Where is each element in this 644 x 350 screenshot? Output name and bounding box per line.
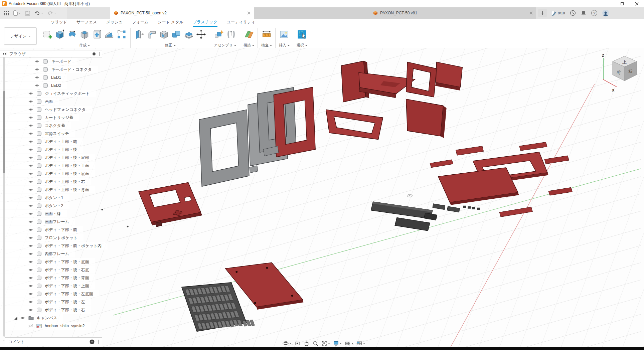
expander-icon[interactable] <box>14 317 17 320</box>
browser-item[interactable]: ボディ・上部・後・底面 <box>0 170 95 177</box>
visibility-eye-icon[interactable] <box>28 212 33 216</box>
browser-item[interactable]: ボディ・下部・後・背面 <box>0 274 95 282</box>
add-comment-icon[interactable] <box>90 339 95 344</box>
visibility-eye-icon[interactable] <box>28 140 33 144</box>
app-grid-icon[interactable] <box>4 11 9 16</box>
visibility-eye-icon[interactable] <box>28 188 33 192</box>
ribbon-group-label[interactable]: 挿入 <box>279 43 290 48</box>
visibility-eye-icon[interactable] <box>28 300 33 304</box>
browser-item[interactable]: ボディ・上部・後・右 <box>0 178 91 185</box>
visibility-eye-icon[interactable] <box>28 268 33 272</box>
browser-item[interactable]: フロントポケット <box>0 234 84 241</box>
cube-face-front[interactable]: 前 <box>616 69 621 75</box>
layout-grid-icon[interactable] <box>345 340 353 346</box>
browser-item[interactable]: カートリッジ蓋 <box>0 114 79 121</box>
browser-item[interactable]: honbun_shita_syasin2 <box>0 322 91 330</box>
move-copy-icon[interactable] <box>195 29 207 40</box>
insert-canvas-icon[interactable] <box>279 29 290 40</box>
browser-item[interactable]: ボタン・2 <box>0 202 69 209</box>
browser-item[interactable]: ボディ・下部・後・左底面 <box>0 290 99 298</box>
visibility-eye-off-icon[interactable] <box>28 324 33 328</box>
visibility-eye-icon[interactable] <box>28 172 33 176</box>
browser-item[interactable]: ボディ・下部・後・右 <box>0 306 91 314</box>
browser-item[interactable]: ボディ・下部・後・上面 <box>0 282 95 290</box>
visibility-eye-icon[interactable] <box>28 284 33 288</box>
ribbon-tab[interactable]: ユーティリティ <box>227 19 256 27</box>
ribbon-group-label[interactable]: アセンブリ <box>214 43 236 48</box>
user-avatar[interactable] <box>602 10 609 16</box>
redo-icon[interactable] <box>47 11 56 15</box>
browser-item[interactable]: キーボード <box>0 58 77 65</box>
browser-item[interactable]: ジョイスティックポート <box>0 90 96 97</box>
document-tab[interactable]: PAXON_PCT-50_open v2 <box>110 7 254 19</box>
file-menu-icon[interactable] <box>13 10 21 16</box>
activity-clock-icon[interactable] <box>570 10 576 16</box>
browser-item[interactable]: ボディ・下部・前 <box>0 226 83 233</box>
visibility-eye-icon[interactable] <box>28 236 33 240</box>
web-icon[interactable] <box>91 29 103 40</box>
browser-item[interactable]: キャンバス <box>0 314 63 322</box>
browser-panel-header[interactable]: ブラウザ <box>0 50 102 57</box>
ribbon-tab[interactable]: プラスチック <box>193 19 217 27</box>
visibility-eye-icon[interactable] <box>28 92 33 96</box>
close-button[interactable] <box>629 0 644 7</box>
browser-item[interactable]: LED1 <box>0 74 67 81</box>
browser-item[interactable]: 画面フレーム <box>0 218 75 225</box>
browser-item[interactable]: ボディ・上部・前 <box>0 138 83 145</box>
browser-item[interactable]: ボタン・1 <box>0 194 69 201</box>
combine-icon[interactable] <box>171 29 182 40</box>
model-rear-shell-parts[interactable] <box>326 61 462 140</box>
visibility-eye-icon[interactable] <box>28 116 33 120</box>
ribbon-group-label[interactable]: 選択 <box>297 43 307 48</box>
undo-icon[interactable] <box>34 11 43 15</box>
view-cube-faces[interactable]: 上 前 右 <box>613 56 637 81</box>
viewports-icon[interactable] <box>356 340 365 346</box>
workspace-selector[interactable]: デザイン <box>4 27 37 45</box>
visibility-eye-icon[interactable] <box>34 75 40 79</box>
browser-item[interactable]: 電源スイッチ <box>0 130 75 137</box>
minimize-button[interactable] <box>600 0 615 7</box>
browser-item[interactable]: 内部フレーム <box>0 250 75 257</box>
browser-item[interactable]: ボディ・下部・後・右底 <box>0 266 95 274</box>
visibility-eye-icon[interactable] <box>34 67 40 71</box>
job-status[interactable]: 8/10 <box>551 10 565 16</box>
draft-icon[interactable] <box>104 29 115 40</box>
joint-icon[interactable] <box>225 29 237 40</box>
ribbon-tab[interactable]: メッシュ <box>106 19 123 27</box>
browser-item[interactable]: コネクタ蓋 <box>0 122 71 129</box>
pattern-icon[interactable] <box>116 29 127 40</box>
ribbon-tab[interactable]: ソリッド <box>51 19 67 27</box>
visibility-eye-icon[interactable] <box>28 196 33 200</box>
ribbon-group-label[interactable]: 構築 <box>244 43 254 48</box>
visibility-eye-icon[interactable] <box>28 276 33 280</box>
browser-item[interactable]: 画面 <box>0 98 59 105</box>
extrude-icon[interactable] <box>54 29 65 40</box>
visibility-eye-icon[interactable] <box>28 292 33 296</box>
browser-item[interactable]: LED2 <box>0 82 67 89</box>
model-front-shell[interactable] <box>101 182 202 227</box>
browser-item[interactable]: ボディ・下部・後・左 <box>0 298 91 306</box>
press-pull-icon[interactable] <box>134 29 145 40</box>
visibility-eye-icon[interactable] <box>28 108 33 112</box>
hole-icon[interactable] <box>79 29 90 40</box>
collapse-panel-icon[interactable] <box>3 52 7 55</box>
visibility-eye-icon[interactable] <box>34 59 40 63</box>
browser-item[interactable]: ボディ・上部・後・上面 <box>0 162 95 169</box>
visibility-eye-icon[interactable] <box>34 83 40 88</box>
visibility-eye-icon[interactable] <box>28 244 33 248</box>
fit-icon[interactable] <box>321 340 330 346</box>
view-cube[interactable]: Z X 上 前 右 <box>597 51 643 94</box>
maximize-button[interactable] <box>615 0 629 7</box>
visibility-eye-icon[interactable] <box>28 252 33 256</box>
orbit-icon[interactable] <box>283 340 291 346</box>
visibility-eye-icon[interactable] <box>28 124 33 128</box>
revolve-icon[interactable] <box>66 29 78 40</box>
browser-scrollbar[interactable] <box>3 57 5 337</box>
zoom-icon[interactable] <box>312 340 318 346</box>
browser-item[interactable]: ボディ・下部・後・底面 <box>0 258 95 266</box>
save-icon[interactable] <box>25 11 30 16</box>
new-component-icon[interactable] <box>213 29 224 40</box>
visibility-eye-icon[interactable] <box>28 156 33 160</box>
browser-item[interactable]: ヘッドフォンコネクタ <box>0 106 92 113</box>
visibility-eye-icon[interactable] <box>28 180 33 184</box>
